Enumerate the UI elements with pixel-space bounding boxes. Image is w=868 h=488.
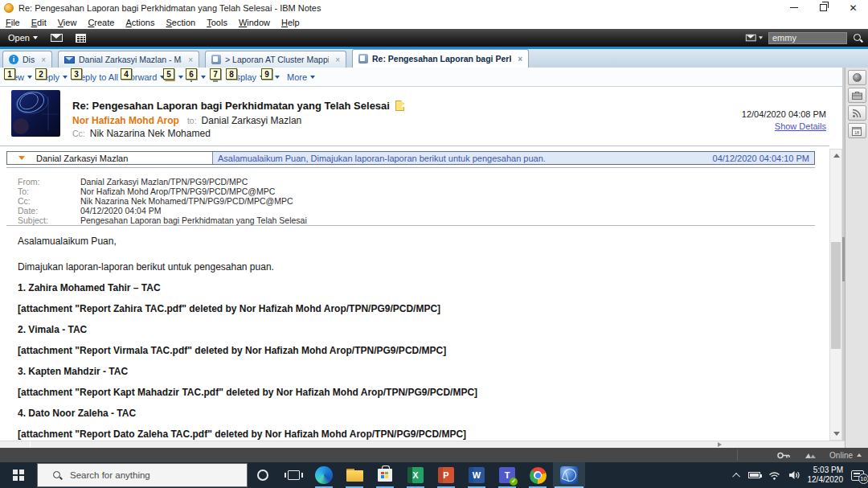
- tab-mail[interactable]: Danial Zarkasyi Mazlan - Mail: [58, 51, 199, 68]
- menu-section[interactable]: Section: [161, 18, 202, 27]
- scroll-down-icon[interactable]: [833, 432, 840, 436]
- horizontal-scrollbar[interactable]: [0, 441, 845, 448]
- tab-label: Danial Zarkasyi Mazlan - Mail: [79, 55, 182, 64]
- tab-close-icon[interactable]: [182, 55, 193, 64]
- tab-close-icon[interactable]: [35, 55, 46, 64]
- minimize-button[interactable]: [779, 0, 809, 15]
- scroll-right-icon[interactable]: [718, 442, 722, 447]
- open-label: Open: [8, 33, 30, 43]
- body-attachment-note: [attachment "Report Kapt Mahadzir TAC.pd…: [18, 388, 813, 398]
- meta-label: Date:: [18, 206, 80, 215]
- taskbar-search-placeholder: Search for anything: [70, 470, 150, 480]
- wifi-icon[interactable]: [768, 471, 780, 480]
- taskbar-powerpoint[interactable]: P: [431, 462, 461, 488]
- cc-label: Cc:: [72, 129, 85, 138]
- action-center-button[interactable]: 10: [851, 470, 864, 481]
- thread-preview-cell[interactable]: Asalamualaikum Puan, Dimajukan laporan-l…: [213, 152, 814, 164]
- chevron-up-icon: [857, 453, 862, 457]
- vertical-scrollbar[interactable]: [829, 149, 842, 441]
- open-menu-button[interactable]: Open: [8, 33, 38, 43]
- taskbar-store[interactable]: [370, 462, 400, 488]
- battery-icon[interactable]: [748, 472, 760, 478]
- task-view-button[interactable]: [278, 462, 309, 488]
- menu-create[interactable]: Create: [82, 18, 120, 27]
- mail-icon: [746, 35, 756, 42]
- taskbar-edge[interactable]: [309, 462, 339, 488]
- meta-divider: [6, 225, 815, 226]
- menu-actions[interactable]: Actions: [120, 18, 160, 27]
- taskbar-teams[interactable]: T✓: [492, 462, 522, 488]
- menu-tools[interactable]: Tools: [201, 18, 233, 27]
- globe-icon: [853, 73, 862, 82]
- more-button[interactable]: More: [287, 68, 315, 87]
- clock-date: 12/4/2020: [808, 475, 844, 485]
- taskbar-file-explorer[interactable]: [339, 462, 370, 488]
- menu-help[interactable]: Help: [276, 18, 305, 27]
- body-paragraph: 1. Zahira Mohamed Tahir – TAC: [18, 283, 813, 293]
- annotation-badge-4: 4: [121, 68, 132, 80]
- ibm-notes-app-icon: [4, 3, 14, 13]
- side-panel-briefcase-button[interactable]: [848, 88, 866, 103]
- tray-overflow-chevron-icon[interactable]: [732, 472, 740, 480]
- window-controls: ✕: [779, 0, 868, 15]
- search-icon[interactable]: [853, 33, 863, 43]
- online-status-button[interactable]: Online: [829, 451, 862, 460]
- chrome-icon: [530, 467, 547, 484]
- scrollbar-thumb[interactable]: [831, 242, 841, 349]
- toolbar-search-area: emmy: [731, 32, 863, 44]
- menu-file[interactable]: File: [0, 18, 26, 27]
- annotation-badge-3: 3: [71, 68, 82, 80]
- location-button[interactable]: [805, 451, 817, 459]
- restore-button[interactable]: [809, 0, 838, 15]
- recipient-name[interactable]: Danial Zarkasyi Mazlan: [202, 115, 302, 126]
- meta-value: Nor Hafizah Mohd Arop/TPN/PG9/PCD/MPC@MP…: [80, 187, 275, 196]
- meta-row-subject: Subject:Pengesahan Laporan bagi Perkhidm…: [18, 215, 307, 225]
- thread-preview-text: Asalamualaikum Puan, Dimajukan laporan-l…: [218, 154, 546, 163]
- show-details-link[interactable]: Show Details: [775, 121, 826, 131]
- security-key-button[interactable]: [777, 452, 790, 459]
- annotation-badge-2: 2: [35, 68, 47, 80]
- tab-close-icon[interactable]: [511, 55, 522, 64]
- attachment-page-icon: [395, 100, 404, 111]
- meta-value: Danial Zarkasyi Mazlan/TPN/PG9/PCD/MPC: [80, 177, 248, 187]
- menu-edit[interactable]: Edit: [26, 18, 52, 27]
- volume-icon[interactable]: [788, 470, 800, 480]
- thread-row[interactable]: Danial Zarkasyi Mazlan Asalamualaikum Pu…: [6, 151, 815, 165]
- scroll-up-icon[interactable]: [833, 154, 840, 158]
- taskbar-clock[interactable]: 5:03 PM 12/4/2020: [808, 465, 844, 485]
- ibm-notes-window: Re: Pengesahan Laporan bagi Perkhidmatan…: [0, 0, 868, 488]
- taskbar-ibm-notes[interactable]: [553, 462, 585, 488]
- mail-toolbar-button[interactable]: [51, 34, 63, 42]
- start-button[interactable]: [0, 462, 37, 488]
- meta-row-date: Date:04/12/2020 04:04 PM: [18, 206, 307, 215]
- word-icon: W: [469, 467, 485, 483]
- tab-current-message[interactable]: Re: Pengesahan Laporan bagi Perkhid...: [352, 49, 529, 68]
- taskbar-chrome[interactable]: [522, 462, 553, 488]
- mail-icon: [64, 56, 75, 64]
- tab-discover[interactable]: i Discover: [2, 51, 52, 68]
- cc-name[interactable]: Nik Nazarina Nek Mohamed: [90, 128, 211, 139]
- taskbar-excel[interactable]: X: [400, 462, 431, 488]
- side-panel-feeds-button[interactable]: [848, 105, 866, 121]
- menu-view[interactable]: View: [52, 18, 83, 27]
- cortana-button[interactable]: [248, 462, 278, 488]
- search-scope-button[interactable]: [746, 35, 763, 42]
- notification-count-badge: 10: [858, 474, 868, 484]
- to-label: to:: [187, 116, 197, 125]
- taskbar-word[interactable]: W: [461, 462, 492, 488]
- tab-close-icon[interactable]: [329, 55, 340, 64]
- menu-window[interactable]: Window: [233, 18, 276, 27]
- close-button[interactable]: ✕: [838, 0, 868, 15]
- sender-name[interactable]: Nor Hafizah Mohd Arop: [72, 115, 179, 126]
- taskbar-search-input[interactable]: Search for anything: [37, 463, 248, 487]
- chevron-down-icon: [275, 76, 280, 79]
- tab-laporan-cluster[interactable]: > Laporan AT Cluster Mapping: [205, 51, 346, 68]
- side-panel-globe-button[interactable]: [848, 70, 866, 85]
- chevron-down-icon[interactable]: [18, 156, 25, 160]
- thread-sender-cell[interactable]: Danial Zarkasyi Mazlan: [7, 152, 213, 164]
- search-input[interactable]: emmy: [768, 32, 847, 44]
- tab-label: Re: Pengesahan Laporan bagi Perkhid...: [372, 54, 511, 64]
- calendar-toolbar-button[interactable]: [76, 34, 86, 43]
- message-body: Asalamualaikum Puan, Dimajukan laporan-l…: [18, 236, 813, 450]
- side-panel-calendar-button[interactable]: 18: [848, 123, 866, 138]
